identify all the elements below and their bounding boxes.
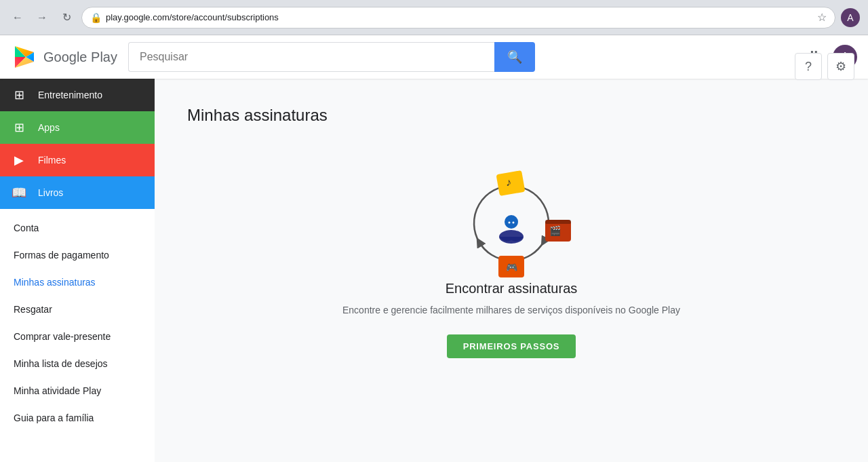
entretenimento-icon: ⊞ [11,87,27,103]
forward-button[interactable]: → [33,8,52,27]
main-content: Minhas assinaturas [155,79,868,462]
subscription-illustration: ♪ 🎬 🎮 [443,166,579,281]
filmes-label: Filmes [38,155,66,166]
menu-item-comprar-vale[interactable]: Comprar vale-presente [0,323,155,350]
search-input[interactable] [128,42,494,72]
menu-item-guia-familia[interactable]: Guia para a família [0,404,155,431]
apps-label: Apps [38,122,60,133]
browser-profile-icon[interactable]: A [841,8,860,27]
sidebar-menu-list: Conta Formas de pagamento Minhas assinat… [0,209,155,437]
svg-text:🎬: 🎬 [549,225,561,237]
subscriptions-empty-state: ♪ 🎬 🎮 Encontrar assinaturas Encontre e g… [187,152,835,358]
logo-text: Google Play [43,50,117,65]
livros-icon: 📖 [11,185,27,201]
empty-state-title: Encontrar assinaturas [446,281,578,296]
svg-point-8 [513,222,515,224]
lock-icon: 🔒 [90,12,102,23]
bookmark-icon[interactable]: ☆ [817,11,827,24]
google-play-logo-icon [11,43,38,71]
search-button[interactable]: 🔍 [494,42,535,72]
filmes-icon: ▶ [11,152,27,168]
address-bar[interactable]: 🔒 play.google.com/store/account/subscrip… [81,7,835,28]
settings-icon: ⚙ [835,59,846,74]
menu-item-resgatar[interactable]: Resgatar [0,296,155,323]
entretenimento-label: Entretenimento [38,90,102,100]
svg-point-6 [505,215,518,229]
sidebar-item-apps[interactable]: ⊞ Apps [0,111,155,144]
browser-chrome: ← → ↻ 🔒 play.google.com/store/account/su… [0,0,868,35]
help-button[interactable]: ? [795,53,822,80]
url-text: play.google.com/store/account/subscripti… [106,12,279,22]
livros-label: Livros [38,187,63,198]
menu-item-atividade-play[interactable]: Minha atividade Play [0,377,155,404]
svg-text:🎮: 🎮 [506,262,518,273]
search-bar: 🔍 [128,42,535,72]
settings-button[interactable]: ⚙ [827,53,854,80]
sidebar-item-livros[interactable]: 📖 Livros [0,176,155,209]
get-started-button[interactable]: PRIMEIROS PASSOS [447,334,576,358]
menu-item-lista-desejos[interactable]: Minha lista de desejos [0,350,155,377]
svg-text:♪: ♪ [506,176,511,188]
app-header: Google Play 🔍 ⠿ A [0,35,868,79]
illustration-svg: ♪ 🎬 🎮 [443,166,579,281]
sidebar-nav-list: ⊞ Entretenimento ⊞ Apps ▶ Filmes 📖 Livro… [0,79,155,209]
empty-state-description: Encontre e gerencie facilmente milhares … [342,305,680,315]
help-icon: ? [805,60,812,74]
back-button[interactable]: ← [8,8,27,27]
sidebar: ⊞ Entretenimento ⊞ Apps ▶ Filmes 📖 Livro… [0,79,155,462]
menu-item-minhas-assinaturas[interactable]: Minhas assinaturas [0,269,155,296]
reload-button[interactable]: ↻ [57,8,76,27]
logo-area[interactable]: Google Play [11,43,117,71]
menu-item-conta[interactable]: Conta [0,214,155,242]
svg-point-7 [509,222,511,224]
menu-item-formas-pagamento[interactable]: Formas de pagamento [0,242,155,269]
apps-icon: ⊞ [11,119,27,136]
search-icon: 🔍 [507,50,522,64]
svg-rect-13 [545,220,571,224]
page-title: Minhas assinaturas [187,106,328,125]
sidebar-item-entretenimento[interactable]: ⊞ Entretenimento [0,79,155,111]
sidebar-item-filmes[interactable]: ▶ Filmes [0,144,155,176]
page-body: ⊞ Entretenimento ⊞ Apps ▶ Filmes 📖 Livro… [0,79,868,462]
top-right-controls: ? ⚙ [795,53,854,80]
